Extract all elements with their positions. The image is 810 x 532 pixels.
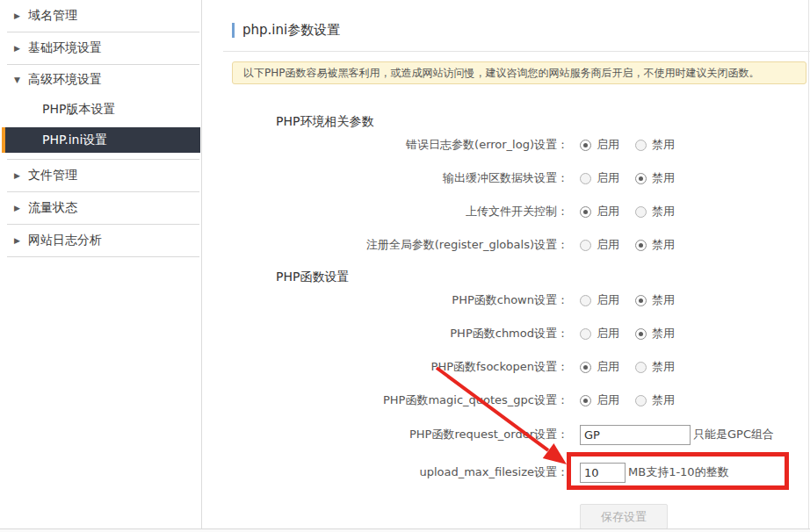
divider	[7, 256, 199, 257]
setting-label: 输出缓冲区数据块设置：	[202, 170, 568, 186]
radio-icon[interactable]	[580, 140, 591, 151]
chevron-right-icon: ▶	[14, 171, 26, 180]
chevron-right-icon: ▶	[14, 44, 26, 53]
sidebar: ▶ 域名管理 ▶ 基础环境设置 ▼ 高级环境设置 PHP版本设置 PHP.ini…	[0, 0, 202, 528]
radio-icon[interactable]	[635, 140, 647, 151]
setting-label: PHP函数chown设置：	[202, 292, 568, 308]
sidebar-item-php-ini[interactable]: PHP.ini设置	[2, 127, 200, 153]
radio-icon[interactable]	[580, 328, 591, 340]
setting-row-chmod: PHP函数chmod设置： 启用 禁用	[202, 317, 810, 350]
setting-label: 错误日志参数(error_log)设置：	[202, 137, 568, 153]
setting-label: 上传文件开关控制：	[202, 204, 568, 219]
radio-disable[interactable]: 禁用	[635, 359, 675, 375]
sidebar-item-advanced-env[interactable]: ▼ 高级环境设置	[0, 65, 201, 95]
setting-row-upload-max-filesize: upload_max_filesize设置： MB支持1-10的整数	[202, 452, 810, 492]
sidebar-item-site-log-analysis[interactable]: ▶ 网站日志分析	[0, 225, 201, 256]
radio-icon[interactable]	[635, 295, 647, 306]
radio-enable[interactable]: 启用	[580, 137, 619, 153]
section-title-env-params: PHP环境相关参数	[276, 114, 810, 128]
radio-icon[interactable]	[580, 395, 591, 406]
divider	[223, 51, 810, 52]
radio-disable[interactable]: 禁用	[635, 204, 675, 219]
sidebar-item-label: PHP版本设置	[42, 102, 115, 118]
sidebar-item-label: 网站日志分析	[28, 233, 102, 248]
save-settings-button[interactable]: 保存设置	[580, 504, 668, 529]
radio-icon[interactable]	[635, 395, 647, 406]
radio-disable[interactable]: 禁用	[635, 170, 675, 186]
main-content: php.ini参数设置 以下PHP函数容易被黑客利用，或造成网站访问慢，建议咨询…	[202, 0, 810, 528]
radio-disable[interactable]: 禁用	[635, 237, 675, 253]
radio-icon[interactable]	[580, 362, 591, 373]
radio-icon[interactable]	[635, 173, 647, 184]
request-order-input[interactable]	[580, 425, 691, 445]
sidebar-item-label: 文件管理	[28, 168, 77, 183]
page-title: php.ini参数设置	[242, 22, 340, 39]
setting-label: PHP函数chmod设置：	[202, 326, 568, 341]
radio-icon[interactable]	[635, 362, 647, 373]
page-header: php.ini参数设置	[202, 0, 810, 51]
upload-max-filesize-input[interactable]	[580, 463, 626, 483]
chevron-right-icon: ▶	[14, 236, 26, 245]
sidebar-item-php-version[interactable]: PHP版本设置	[0, 95, 201, 125]
radio-icon[interactable]	[580, 173, 591, 184]
sidebar-item-label: PHP.ini设置	[42, 133, 107, 148]
radio-icon[interactable]	[635, 328, 647, 340]
radio-enable[interactable]: 启用	[580, 204, 619, 219]
setting-row-error-log: 错误日志参数(error_log)设置： 启用 禁用	[202, 128, 810, 162]
radio-enable[interactable]: 启用	[580, 392, 619, 408]
sidebar-item-label: 流量状态	[28, 200, 77, 216]
input-hint: MB支持1-10的整数	[628, 464, 729, 480]
radio-enable[interactable]: 启用	[580, 359, 619, 375]
radio-disable[interactable]: 禁用	[635, 137, 675, 153]
setting-row-file-uploads: 上传文件开关控制： 启用 禁用	[202, 195, 810, 228]
radio-icon[interactable]	[580, 206, 591, 218]
radio-enable[interactable]: 启用	[580, 170, 619, 186]
setting-label: PHP函数magic_quotes_gpc设置：	[202, 392, 568, 408]
radio-icon[interactable]	[635, 206, 647, 218]
radio-disable[interactable]: 禁用	[635, 392, 675, 408]
radio-disable[interactable]: 禁用	[635, 326, 675, 341]
setting-label: 注册全局参数(register_globals)设置：	[202, 237, 568, 253]
sidebar-item-label: 域名管理	[28, 8, 77, 24]
page-bottom-border	[0, 528, 810, 532]
title-accent-bar	[232, 23, 235, 38]
setting-row-magic-quotes-gpc: PHP函数magic_quotes_gpc设置： 启用 禁用	[202, 384, 810, 417]
sidebar-item-file-management[interactable]: ▶ 文件管理	[0, 160, 201, 191]
sidebar-item-domain-management[interactable]: ▶ 域名管理	[0, 0, 201, 32]
chevron-down-icon: ▼	[14, 75, 26, 84]
chevron-right-icon: ▶	[14, 11, 26, 20]
setting-label: PHP函数request_order设置：	[202, 427, 568, 442]
setting-row-fsockopen: PHP函数fsockopen设置： 启用 禁用	[202, 350, 810, 384]
chevron-right-icon: ▶	[14, 204, 26, 212]
sidebar-item-traffic-status[interactable]: ▶ 流量状态	[0, 192, 201, 224]
setting-label: upload_max_filesize设置：	[202, 464, 568, 480]
sidebar-item-label: 高级环境设置	[28, 72, 102, 88]
radio-enable[interactable]: 启用	[580, 292, 619, 308]
radio-enable[interactable]: 启用	[580, 326, 619, 341]
setting-row-output-buffering: 输出缓冲区数据块设置： 启用 禁用	[202, 162, 810, 195]
radio-disable[interactable]: 禁用	[635, 292, 675, 308]
setting-row-chown: PHP函数chown设置： 启用 禁用	[202, 284, 810, 317]
setting-row-register-globals: 注册全局参数(register_globals)设置： 启用 禁用	[202, 228, 810, 262]
sidebar-item-basic-env[interactable]: ▶ 基础环境设置	[0, 32, 201, 64]
warning-notice: 以下PHP函数容易被黑客利用，或造成网站访问慢，建议咨询您的网站服务商后开启，不…	[232, 61, 806, 84]
sidebar-item-label: 基础环境设置	[28, 40, 102, 56]
radio-icon[interactable]	[580, 295, 591, 306]
section-title-php-functions: PHP函数设置	[276, 270, 810, 284]
page-right-border	[808, 0, 809, 528]
setting-label: PHP函数fsockopen设置：	[202, 359, 568, 375]
radio-icon[interactable]	[580, 240, 591, 251]
php-ini-settings-page: ▶ 域名管理 ▶ 基础环境设置 ▼ 高级环境设置 PHP版本设置 PHP.ini…	[0, 0, 810, 532]
radio-icon[interactable]	[635, 240, 647, 251]
radio-enable[interactable]: 启用	[580, 237, 619, 253]
input-hint: 只能是GPC组合	[693, 427, 774, 442]
setting-row-request-order: PHP函数request_order设置： 只能是GPC组合	[202, 417, 810, 452]
